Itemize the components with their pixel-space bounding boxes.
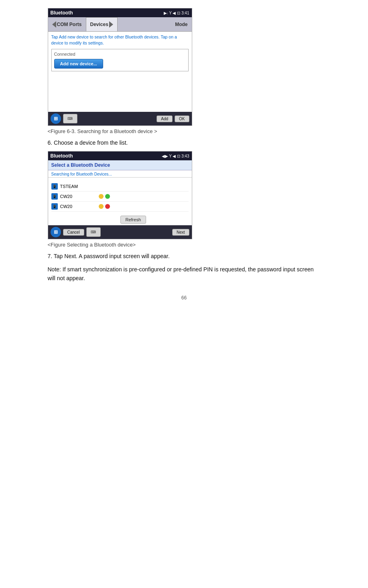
devices-label: Devices [90,22,108,27]
device-name-cw20-2: CW20 [60,204,73,209]
status-icons-1: ▶ᵢ Υ ◀ ⊡ 3:41 [164,11,189,15]
status-app-name-2: Bluetooth [51,153,73,159]
add-button[interactable]: Add [157,115,173,122]
caption-1: <Figure 6-3. Searching for a Bluetooth d… [48,128,321,134]
step-6: 6. Choose a device from the list. [48,138,321,147]
list-item[interactable]: 📱 CW20 [51,192,189,202]
taskbar-2: ⊞ Cancel ⌨ Next [48,225,192,239]
status-time-1: ▶ᵢ Υ ◀ ⊡ 3:41 [164,11,189,15]
next-button[interactable]: Next [172,229,189,236]
com-ports-label: COM Ports [57,22,82,27]
nav-devices[interactable]: Devices [86,17,118,31]
connected-panel: Connected Add new device... [51,49,189,71]
page-number: 66 [48,295,321,301]
nav-left-arrow [52,21,56,28]
keyboard-icon[interactable]: ⌨ [63,114,77,123]
ok-button[interactable]: OK [175,115,189,122]
status-bar-1: Bluetooth ▶ᵢ Υ ◀ ⊡ 3:41 [48,8,192,17]
searching-text: Searching for Bluetooth Devices... [48,170,192,178]
info-text-1: Tap Add new device to search for other B… [51,34,189,46]
dot-green [105,194,110,199]
status-app-name-1: Bluetooth [51,10,73,16]
windows-start-icon-2[interactable]: ⊞ [51,227,61,237]
taskbar-1: ⊞ ⌨ Add OK [48,112,192,125]
refresh-button[interactable]: Refresh [120,216,146,224]
screen1: Bluetooth ▶ᵢ Υ ◀ ⊡ 3:41 COM Ports Device… [48,8,192,126]
status-bar-2: Bluetooth ◀▶ Υ ◀ ⊡ 3:43 [48,152,192,160]
screen1-body: Tap Add new device to search for other B… [48,32,192,112]
device-list: 📱 TSTEAM 📱 CW20 📱 CW20 [48,180,192,213]
keyboard-icon-2[interactable]: ⌨ [86,227,101,237]
nav-bar-1: COM Ports Devices Mode [48,17,192,32]
note-text: Note: If smart synchronization is pre-co… [48,265,321,283]
status-icons-2: ◀▶ Υ ◀ ⊡ 3:43 [162,154,189,158]
screen2: Bluetooth ◀▶ Υ ◀ ⊡ 3:43 Select a Bluetoo… [48,151,192,239]
list-item[interactable]: 📱 CW20 [51,202,189,212]
device-icon-cw20-2: 📱 [51,203,58,210]
add-new-device-button[interactable]: Add new device... [54,59,103,69]
device-name-cw20-1: CW20 [60,194,73,199]
list-item[interactable]: 📱 TSTEAM [51,182,189,192]
dots-cw20-1 [99,194,110,199]
device-icon-tsteam: 📱 [51,183,58,190]
device-name-tsteam: TSTEAM [60,184,78,189]
status-time-2: ◀▶ Υ ◀ ⊡ 3:43 [162,154,189,158]
nav-mode[interactable]: Mode [171,20,191,29]
dot-red [105,204,110,209]
select-bluetooth-header: Select a Bluetooth Device [48,160,192,170]
caption-2: <Figure Selecting a Bluetooth device> [48,242,321,248]
dot-yellow [99,194,104,199]
connected-label: Connected [54,52,186,57]
windows-start-icon[interactable]: ⊞ [51,113,61,124]
nav-right-arrow [109,21,113,28]
step-7: 7. Tap Next. A password input screen wil… [48,252,321,261]
nav-com-ports[interactable]: COM Ports [48,17,86,31]
dots-cw20-2 [99,204,110,209]
cancel-button[interactable]: Cancel [63,229,84,236]
dot-yellow-2 [99,204,104,209]
device-icon-cw20-1: 📱 [51,193,58,200]
